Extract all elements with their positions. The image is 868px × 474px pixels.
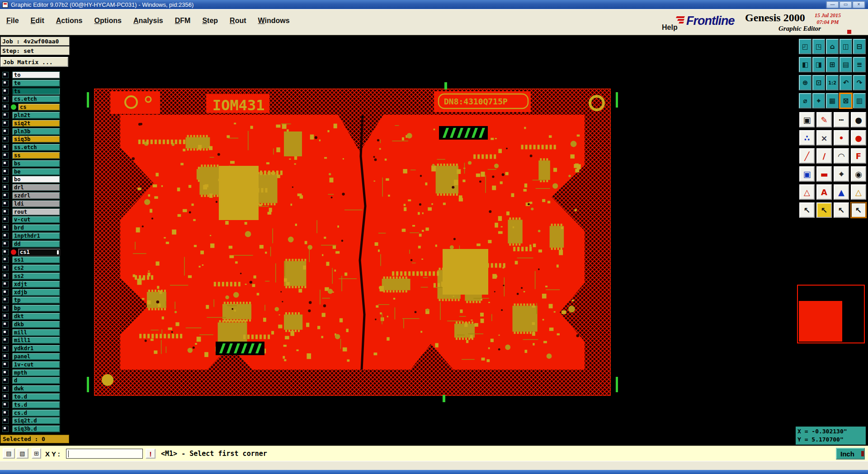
undo-view-button[interactable]: ↶ xyxy=(840,75,852,90)
sketch-tool-button[interactable]: ✎ xyxy=(816,112,832,127)
layer-name-siq2t[interactable]: siq2t xyxy=(12,120,60,127)
layer-visibility-toggle[interactable] xyxy=(2,201,9,207)
job-matrix-button[interactable]: Job Matrix ... xyxy=(0,57,68,67)
layer-table-button[interactable]: ▤ xyxy=(840,57,852,72)
zoom-window-button[interactable]: ◰ xyxy=(799,39,811,54)
layer-name-d[interactable]: d xyxy=(12,377,60,384)
layer-visibility-toggle[interactable] xyxy=(2,96,9,102)
layer-name-mill[interactable]: mill xyxy=(12,329,60,336)
menu-actions[interactable]: Actions xyxy=(54,16,85,26)
layer-visibility-toggle[interactable] xyxy=(2,80,9,86)
menu-edit[interactable]: Edit xyxy=(29,16,46,26)
units-selector[interactable]: Inch xyxy=(836,448,865,460)
layer-name-ydkdr1[interactable]: ydkdr1 xyxy=(12,345,60,352)
layer-visibility-toggle[interactable] xyxy=(2,273,9,279)
layer-visibility-toggle[interactable] xyxy=(2,241,9,247)
layer-name-brd[interactable]: brd xyxy=(12,224,60,231)
redo-view-button[interactable]: ↷ xyxy=(853,75,866,90)
prev-window-button[interactable]: ◧ xyxy=(799,57,811,72)
xy-coordinate-input[interactable] xyxy=(66,449,143,459)
layer-visibility-toggle[interactable] xyxy=(2,209,9,215)
layer-name-te[interactable]: te xyxy=(12,80,60,87)
layer-visibility-toggle[interactable] xyxy=(2,297,9,303)
menu-windows[interactable]: Windows xyxy=(256,16,292,26)
layer-visibility-toggle[interactable] xyxy=(2,144,9,150)
active-cursor-tool-button[interactable]: ↖ xyxy=(851,202,866,218)
layer-name-ss1[interactable]: ss1 xyxy=(12,256,60,263)
pattern-fill-button[interactable]: ▥ xyxy=(853,93,866,108)
layer-visibility-toggle[interactable] xyxy=(2,257,9,263)
layer-name-pln2t[interactable]: pln2t xyxy=(12,112,60,119)
layer-name-mill1[interactable]: mill1 xyxy=(12,337,60,344)
layer-visibility-toggle[interactable] xyxy=(2,249,9,255)
line-tool-button[interactable]: ╱ xyxy=(799,148,815,164)
layer-name-bo[interactable]: bo xyxy=(12,176,60,183)
layer-visibility-toggle[interactable] xyxy=(2,321,9,328)
menu-file[interactable]: File xyxy=(5,16,21,26)
dot-pad-tool-button[interactable]: ● xyxy=(851,130,866,145)
layer-visibility-toggle[interactable] xyxy=(2,394,9,400)
layer-visibility-toggle[interactable] xyxy=(2,402,9,408)
snap-grid-button[interactable]: ⊠ xyxy=(840,93,852,108)
layer-visibility-toggle[interactable] xyxy=(2,353,9,360)
zoom-all-button[interactable]: ⊞ xyxy=(826,57,839,72)
layer-visibility-toggle[interactable] xyxy=(2,329,9,336)
layer-visibility-toggle[interactable] xyxy=(2,281,9,287)
layer-name-ss.etch[interactable]: ss.etch xyxy=(12,144,60,151)
layer-name-cs2[interactable]: cs2 xyxy=(12,264,60,272)
triangle-outline-tool-button[interactable]: △ xyxy=(799,184,815,200)
layer-name-siq3b.d[interactable]: siq3b.d xyxy=(12,425,60,432)
capture-page-button[interactable]: ▤ xyxy=(3,448,15,459)
layer-visibility-toggle[interactable] xyxy=(2,160,9,167)
layer-name-bp[interactable]: bp xyxy=(12,305,60,312)
layer-visibility-toggle[interactable] xyxy=(2,128,9,135)
layer-name-be[interactable]: be xyxy=(12,168,60,175)
layer-visibility-toggle[interactable] xyxy=(2,104,9,110)
cascade-windows-button[interactable]: ◫ xyxy=(840,39,852,54)
layer-name-ldi[interactable]: ldi xyxy=(12,200,60,207)
small-pad-tool-button[interactable]: • xyxy=(834,130,849,145)
query-cursor-tool-button[interactable]: ↖ xyxy=(834,202,849,218)
select-cursor-tool-button[interactable]: ↖ xyxy=(799,202,815,218)
alert-button[interactable]: ! xyxy=(146,449,156,459)
layer-name-dkt[interactable]: dkt xyxy=(12,313,60,320)
layer-visibility-toggle[interactable] xyxy=(2,225,9,231)
layer-name-ss2[interactable]: ss2 xyxy=(12,272,60,280)
layer-name-cs.d[interactable]: cs.d xyxy=(12,409,60,417)
crosshair-tool-button[interactable]: ⌖ xyxy=(834,166,849,182)
grid-toggle-button[interactable]: ⊞ xyxy=(32,448,41,459)
measure-circle-button[interactable]: ⌀ xyxy=(799,93,811,108)
layer-name-siq2t.d[interactable]: siq2t.d xyxy=(12,417,60,424)
layer-visibility-toggle[interactable] xyxy=(2,289,9,296)
arc-tool-button[interactable]: ◠ xyxy=(834,148,849,164)
center-view-button[interactable]: ⊕ xyxy=(799,75,811,90)
layer-visibility-toggle[interactable] xyxy=(2,112,9,118)
layer-name-ss[interactable]: ss xyxy=(12,152,60,159)
layer-visibility-toggle[interactable] xyxy=(2,233,9,239)
layer-name-cs1[interactable]: cs1 xyxy=(18,249,60,256)
layer-name-drl[interactable]: drl xyxy=(12,184,60,191)
layer-name-siq3b[interactable]: siq3b xyxy=(12,136,60,143)
next-window-button[interactable]: ◨ xyxy=(812,57,825,72)
layer-visibility-toggle[interactable] xyxy=(2,377,9,384)
close-button[interactable]: × xyxy=(853,1,865,8)
home-view-button[interactable]: ⌂ xyxy=(826,39,839,54)
zoom-view-button[interactable]: ◳ xyxy=(812,39,825,54)
scatter-tool-button[interactable]: ∴ xyxy=(799,130,815,145)
layer-name-rout[interactable]: rout xyxy=(12,208,60,216)
layer-name-to[interactable]: to xyxy=(12,71,60,79)
layer-name-panel[interactable]: panel xyxy=(12,353,60,360)
layer-name-cs[interactable]: cs xyxy=(18,103,60,111)
layer-name-dwk[interactable]: dwk xyxy=(12,385,60,392)
maximize-button[interactable]: ▭ xyxy=(840,1,852,8)
layer-visibility-toggle[interactable] xyxy=(2,88,9,94)
layer-visibility-toggle[interactable] xyxy=(2,385,9,392)
triangle-filled-tool-button[interactable]: ▲ xyxy=(834,184,849,200)
spiral-tool-button[interactable]: ◉ xyxy=(851,166,866,182)
target-point-button[interactable]: ⌖ xyxy=(812,93,825,108)
layer-visibility-toggle[interactable] xyxy=(2,345,9,352)
layer-visibility-toggle[interactable] xyxy=(2,169,9,175)
layer-name-dkb[interactable]: dkb xyxy=(12,321,60,328)
main-canvas[interactable]: IOM431DN8:4310Q715P xyxy=(72,35,796,446)
layer-visibility-toggle[interactable] xyxy=(2,410,9,416)
